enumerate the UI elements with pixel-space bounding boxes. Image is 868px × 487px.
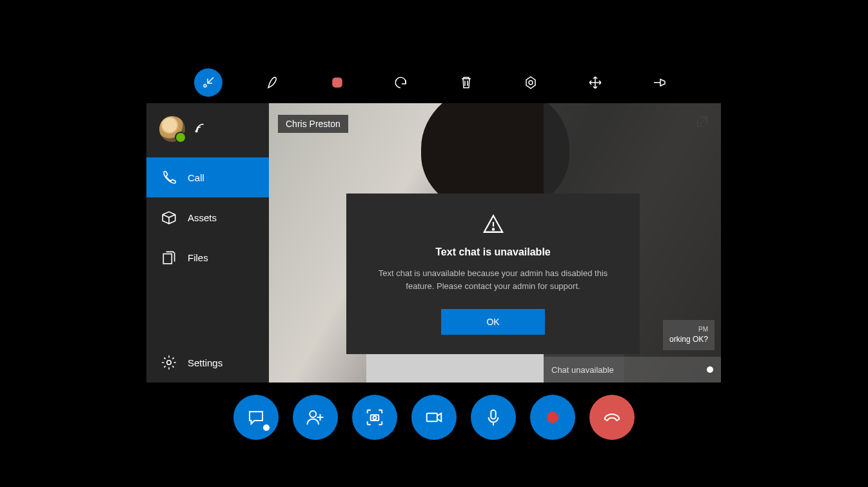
add-participant-button[interactable] [293, 395, 338, 440]
pen-button[interactable] [259, 68, 287, 97]
camera-capture-icon [365, 408, 384, 427]
svg-point-10 [373, 416, 377, 419]
dialog-ok-button[interactable]: OK [441, 309, 544, 335]
camera-capture-button[interactable] [352, 395, 397, 440]
sidebar-item-files[interactable]: Files [146, 237, 269, 277]
record-icon [547, 412, 558, 423]
svg-rect-11 [427, 413, 437, 422]
signal-icon [194, 121, 208, 137]
sidebar-item-assets[interactable]: Assets [146, 197, 269, 237]
svg-rect-5 [163, 254, 172, 264]
box-icon [161, 209, 177, 226]
chat-message: PM orking OK? [663, 320, 715, 350]
trash-icon [459, 75, 474, 90]
mic-button[interactable] [471, 395, 516, 440]
stop-record-icon [330, 75, 345, 90]
svg-rect-12 [491, 410, 496, 419]
undo-icon [394, 75, 409, 90]
video-button[interactable] [411, 395, 457, 440]
notification-dot-icon [263, 424, 270, 431]
top-toolbar [0, 65, 868, 101]
svg-point-3 [529, 81, 533, 84]
phone-icon [161, 169, 177, 186]
chat-placeholder: Chat unavailable [551, 365, 614, 375]
pin-button[interactable] [646, 68, 674, 97]
mic-icon [484, 408, 503, 427]
svg-rect-1 [333, 78, 342, 87]
hangup-icon [602, 408, 622, 427]
svg-marker-2 [526, 77, 535, 88]
dialog-body: Text chat is unavailable because your ad… [368, 267, 618, 292]
files-icon [161, 249, 177, 266]
sidebar-item-label: Settings [188, 357, 222, 368]
chat-input[interactable]: Chat unavailable [544, 357, 721, 383]
undo-button[interactable] [388, 68, 416, 97]
app-window: Call Assets Files Settings Chris Preston [146, 103, 721, 383]
collapse-icon [201, 75, 216, 90]
target-button[interactable] [517, 68, 545, 97]
collapse-button[interactable] [194, 68, 222, 97]
sidebar-item-label: Files [188, 252, 208, 263]
hangup-button[interactable] [589, 395, 635, 440]
chat-button[interactable] [233, 395, 279, 440]
bottom-toolbar [0, 395, 868, 440]
trash-button[interactable] [452, 68, 480, 97]
record-button[interactable] [530, 395, 575, 440]
svg-point-7 [492, 228, 493, 230]
move-icon [587, 75, 603, 90]
chat-icon [246, 408, 266, 427]
sidebar-header [146, 112, 269, 157]
video-area: Chris Preston PM orking OK? Chat unavail… [269, 103, 721, 383]
warning-icon [482, 213, 504, 235]
svg-point-0 [204, 84, 206, 87]
send-icon[interactable] [707, 366, 713, 373]
sidebar-item-settings[interactable]: Settings [146, 343, 269, 383]
sidebar-item-label: Assets [188, 212, 217, 223]
add-person-icon [306, 408, 325, 427]
svg-point-4 [195, 130, 197, 132]
dialog-title: Text chat is unavailable [368, 246, 618, 258]
target-icon [523, 75, 538, 90]
video-icon [424, 408, 444, 427]
pen-icon [265, 75, 281, 90]
pin-icon [652, 75, 667, 90]
participant-name-tag: Chris Preston [278, 115, 348, 133]
stop-record-button[interactable] [323, 68, 351, 97]
svg-point-6 [167, 361, 172, 365]
user-avatar[interactable] [159, 116, 185, 142]
sidebar-item-label: Call [188, 172, 204, 183]
gear-icon [161, 354, 177, 371]
move-button[interactable] [581, 68, 609, 97]
sidebar: Call Assets Files Settings [146, 103, 269, 383]
chat-unavailable-dialog: Text chat is unavailable Text chat is un… [346, 194, 640, 354]
svg-point-8 [310, 411, 316, 417]
sidebar-item-call[interactable]: Call [146, 157, 269, 197]
